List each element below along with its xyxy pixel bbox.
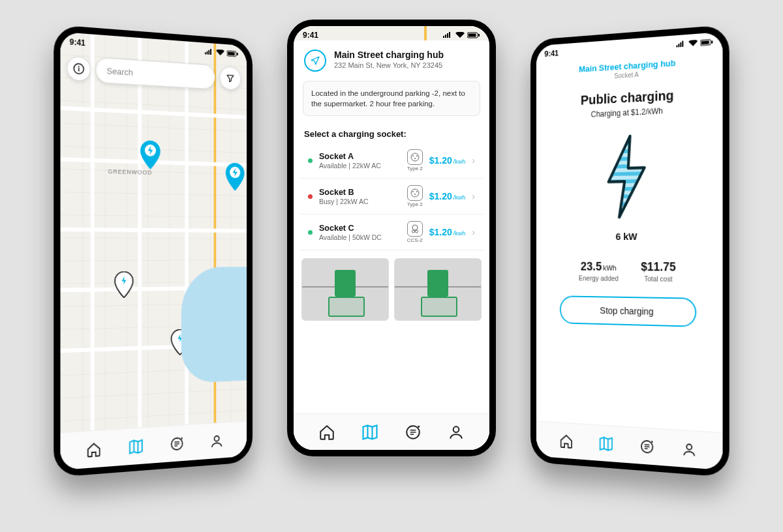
map-pin[interactable] (114, 271, 136, 301)
svg-point-19 (416, 191, 418, 192)
nav-profile[interactable] (207, 431, 225, 451)
map-label-neighborhood: GREENWOOD (108, 168, 152, 176)
total-cost-label: Total cost (641, 274, 676, 283)
session-power: 6 kW (615, 231, 637, 242)
status-icons (204, 48, 239, 57)
location-photo[interactable] (301, 258, 389, 321)
session-headline: Public charging (581, 88, 674, 108)
svg-rect-11 (468, 34, 476, 37)
socket-row[interactable]: Socket C Available | 50kW DC CCS-2 $1.20… (300, 214, 483, 250)
svg-point-32 (686, 444, 692, 450)
svg-point-15 (416, 155, 418, 156)
nav-history[interactable] (403, 422, 423, 442)
hub-address: 232 Main St, New York, NY 23245 (334, 61, 444, 69)
svg-point-6 (78, 66, 80, 67)
select-socket-label: Select a charging socket: (304, 129, 479, 139)
map-pin[interactable] (224, 162, 245, 191)
map-canvas[interactable]: GREENWOOD (60, 32, 247, 470)
svg-point-18 (412, 191, 414, 192)
svg-point-17 (411, 189, 419, 197)
nav-map[interactable] (360, 422, 380, 442)
hub-note: Located in the underground parking -2, n… (303, 81, 480, 116)
session-rate: Charging at $1.2/kWh (591, 106, 663, 119)
status-icons (675, 38, 713, 48)
location-photo[interactable] (394, 258, 482, 321)
svg-rect-12 (478, 34, 480, 37)
nav-home[interactable] (557, 431, 575, 451)
svg-point-16 (414, 158, 416, 159)
navigate-button[interactable] (304, 50, 326, 72)
status-icons (442, 32, 480, 38)
map-pin[interactable] (170, 329, 192, 358)
nav-home[interactable] (84, 439, 104, 460)
svg-point-20 (414, 194, 416, 195)
nav-map[interactable] (127, 436, 146, 457)
plug-icon: Type 2 (407, 149, 423, 171)
status-time: 9:41 (70, 37, 85, 48)
svg-point-22 (412, 230, 414, 233)
filter-button[interactable] (220, 66, 241, 91)
svg-rect-28 (711, 40, 713, 43)
svg-point-13 (411, 153, 419, 161)
svg-point-14 (412, 155, 414, 156)
svg-rect-7 (78, 68, 80, 71)
chevron-right-icon: › (472, 227, 475, 237)
status-dot (308, 158, 313, 163)
hub-title: Main Street charging hub (334, 50, 444, 60)
plug-icon: Type 2 (407, 185, 423, 207)
svg-rect-3 (228, 52, 235, 55)
chevron-right-icon: › (472, 155, 475, 166)
phone-session: 9:41 Main Street charging hub Socket A P… (530, 25, 729, 478)
socket-row[interactable]: Socket B Busy | 22kW AC Type 2 $1.20/kwh… (300, 179, 483, 214)
map-pin[interactable] (139, 140, 161, 170)
phone-map: GREENWOOD 9:41 (54, 25, 253, 478)
nav-map[interactable] (597, 434, 615, 454)
status-dot (308, 230, 313, 235)
nav-home[interactable] (317, 422, 337, 442)
svg-point-25 (453, 426, 459, 432)
bottom-nav (294, 413, 489, 450)
stop-charging-button[interactable]: Stop charging (560, 295, 696, 327)
svg-point-21 (412, 225, 418, 230)
info-button[interactable] (67, 56, 91, 81)
nav-profile[interactable] (446, 422, 466, 442)
plug-icon: CCS-2 (407, 221, 423, 243)
svg-rect-27 (701, 40, 709, 44)
chevron-right-icon: › (472, 191, 475, 201)
socket-row[interactable]: Socket A Available | 22kW AC Type 2 $1.2… (300, 143, 483, 179)
session-socket-name: Socket A (614, 71, 639, 80)
nav-history[interactable] (168, 434, 186, 454)
svg-point-23 (415, 230, 418, 233)
nav-profile[interactable] (679, 439, 699, 460)
energy-added-label: Energy added (579, 274, 619, 282)
svg-point-9 (214, 436, 219, 441)
phone-hub: 9:41 Main Street charging hub 232 Main S… (287, 20, 496, 456)
status-dot (308, 194, 313, 199)
svg-rect-4 (237, 53, 238, 55)
status-time: 9:41 (544, 49, 559, 59)
status-time: 9:41 (303, 31, 318, 40)
nav-history[interactable] (637, 436, 656, 457)
charging-bolt-icon (597, 133, 656, 222)
